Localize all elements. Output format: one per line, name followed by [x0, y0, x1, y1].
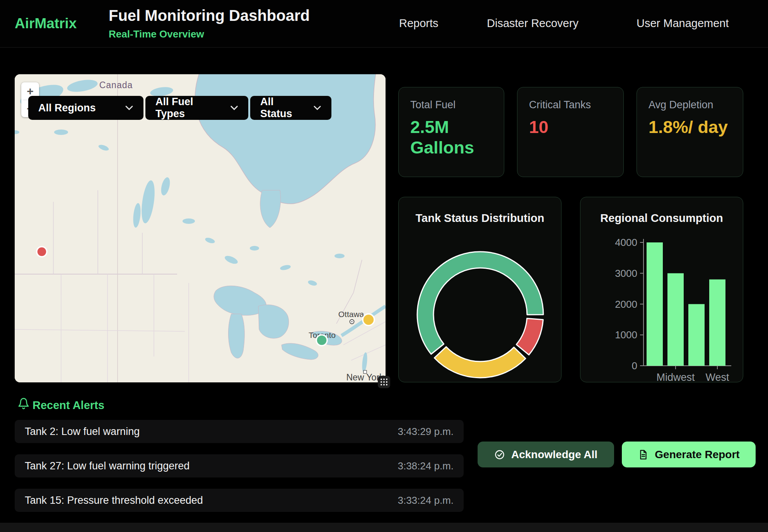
tank-marker-warning[interactable] [363, 314, 374, 326]
alert-message: Tank 27: Low fuel warning triggered [25, 460, 189, 472]
region-filter-select[interactable]: All Regions [28, 96, 143, 120]
map-label-ottawa: Ottawa [338, 310, 364, 319]
alert-timestamp: 3:33:24 p.m. [398, 494, 454, 506]
chevron-down-icon [313, 105, 321, 111]
bell-icon [17, 397, 30, 411]
grip-dots-icon [380, 378, 388, 386]
tank-marker-normal[interactable] [316, 335, 327, 346]
brand-logo: AirMatrix [15, 15, 77, 32]
alert-message: Tank 2: Low fuel warning [25, 426, 140, 438]
alert-list-item[interactable]: Tank 15: Pressure threshold exceeded 3:3… [15, 489, 464, 512]
page-subtitle: Real-Time Overview [109, 28, 204, 40]
map-label-canada: Canada [99, 80, 133, 90]
map-tiles: Canada Ottawa Toronto New York [15, 74, 386, 382]
acknowledge-all-button[interactable]: Acknowledge All [478, 442, 614, 467]
svg-text:1000: 1000 [615, 329, 637, 341]
check-circle-icon [494, 449, 505, 460]
stat-card-critical-tanks: Critical Tanks 10 [517, 87, 624, 177]
tank-status-donut [399, 197, 562, 383]
page-title: Fuel Monitoring Dashboard [109, 7, 310, 24]
regional-consumption-bars: 01000200030004000MidwestWest [580, 197, 744, 383]
alert-list-item[interactable]: Tank 27: Low fuel warning triggered 3:38… [15, 454, 464, 477]
svg-text:0: 0 [632, 360, 637, 372]
alert-message: Tank 15: Pressure threshold exceeded [25, 494, 203, 506]
fuel-type-filter-select[interactable]: All Fuel Types [145, 96, 248, 120]
nav-item-user-management[interactable]: User Management [637, 17, 729, 30]
acknowledge-all-label: Acknowledge All [511, 448, 597, 461]
map-canvas[interactable]: Canada Ottawa Toronto New York [15, 74, 386, 382]
generate-report-button[interactable]: Generate Report [622, 442, 756, 467]
alert-timestamp: 3:43:29 p.m. [398, 426, 454, 438]
alert-timestamp: 3:38:24 p.m. [398, 460, 454, 472]
stat-value: 2.5M Gallons [410, 117, 492, 158]
stat-label: Critical Tanks [529, 99, 591, 111]
region-filter-label: All Regions [38, 102, 96, 114]
stat-card-total-fuel: Total Fuel 2.5M Gallons [398, 87, 504, 177]
chevron-down-icon [230, 105, 238, 111]
alert-list-item[interactable]: Tank 2: Low fuel warning 3:43:29 p.m. [15, 420, 464, 443]
svg-text:2000: 2000 [615, 298, 637, 310]
stat-card-avg-depletion: Avg Depletion 1.8%/ day [637, 87, 743, 177]
fuel-type-filter-label: All Fuel Types [155, 96, 223, 120]
chevron-down-icon [125, 105, 133, 111]
nav-item-disaster-recovery[interactable]: Disaster Recovery [487, 17, 579, 30]
stat-label: Total Fuel [410, 99, 456, 111]
regional-consumption-card: Regional Consumption 01000200030004000Mi… [580, 197, 743, 382]
document-icon [638, 449, 649, 460]
stat-value: 10 [529, 117, 610, 137]
window-bottom-strip [0, 523, 768, 532]
status-filter-select[interactable]: All Status [250, 96, 331, 120]
svg-text:4000: 4000 [615, 237, 637, 248]
header-bar: AirMatrix Fuel Monitoring Dashboard Real… [0, 0, 768, 48]
svg-text:3000: 3000 [615, 268, 637, 279]
nav-item-reports[interactable]: Reports [399, 17, 439, 30]
svg-text:West: West [705, 372, 729, 383]
svg-text:Midwest: Midwest [656, 372, 695, 383]
status-filter-label: All Status [260, 96, 306, 120]
tank-status-card: Tank Status Distribution [398, 197, 561, 382]
alerts-section-title: Recent Alerts [32, 399, 104, 412]
stat-label: Avg Depletion [649, 99, 713, 111]
stat-value: 1.8%/ day [649, 117, 730, 137]
tank-marker-critical[interactable] [37, 247, 47, 257]
generate-report-label: Generate Report [655, 448, 739, 461]
map-drag-handle[interactable] [378, 376, 390, 388]
